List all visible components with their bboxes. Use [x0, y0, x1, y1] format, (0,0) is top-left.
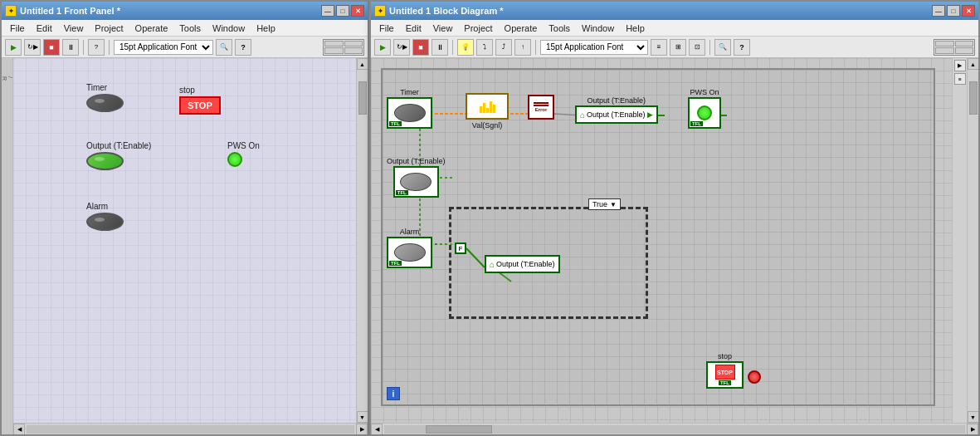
run-arrow-btn[interactable]: ▶: [5, 39, 22, 56]
bd-output-mid-oval: [400, 173, 431, 191]
bd-minimize-button[interactable]: —: [932, 5, 945, 17]
fp-scrollbar-v[interactable]: ▲ ▼: [356, 58, 368, 423]
bd-hscroll-thumb[interactable]: [426, 425, 492, 434]
bd-runcont-btn[interactable]: ↻▶: [393, 39, 410, 56]
bd-info-icon[interactable]: i: [387, 387, 400, 400]
wf-bars: [480, 100, 495, 113]
bd-pws-led: [697, 105, 712, 120]
front-panel-toolbar: ▶ ↻▶ ■ ⏸ ? 15pt Application Font 🔍 ?: [2, 37, 368, 58]
font-selector[interactable]: 15pt Application Font: [114, 40, 213, 55]
bd-scroll-left[interactable]: ◀: [371, 424, 383, 435]
bd-maximize-button[interactable]: □: [947, 5, 960, 17]
bd-error-box[interactable]: Error: [528, 95, 554, 120]
bd-menu-edit[interactable]: Edit: [401, 22, 427, 34]
scroll-thumb-v[interactable]: [358, 81, 367, 115]
timer-led[interactable]: [86, 94, 124, 112]
bd-rstrip-btn1[interactable]: ▶: [954, 60, 966, 71]
bd-rstrip-btn2[interactable]: ≡: [954, 73, 966, 85]
palette-grid[interactable]: [323, 39, 364, 56]
output-enable-led[interactable]: [86, 152, 124, 170]
timer-control: Timer: [86, 83, 124, 112]
zoom-btn[interactable]: 🔍: [216, 39, 232, 56]
stop-button[interactable]: STOP: [179, 96, 221, 115]
scroll-down-btn[interactable]: ▼: [357, 411, 368, 423]
bd-menu-file[interactable]: File: [374, 22, 399, 34]
bd-highlight-btn[interactable]: 💡: [457, 39, 474, 56]
pause-btn[interactable]: ⏸: [62, 39, 79, 56]
alarm-led[interactable]: [86, 213, 124, 231]
vi-frame: Timer TFL: [381, 68, 935, 406]
bd-scroll-right[interactable]: ▶: [967, 424, 978, 435]
bd-scroll-down[interactable]: ▼: [968, 411, 979, 423]
menu-view[interactable]: View: [59, 22, 89, 34]
scroll-up-btn[interactable]: ▲: [357, 58, 368, 70]
bd-dist-btn[interactable]: ⊞: [670, 39, 686, 56]
menu-project[interactable]: Project: [90, 22, 128, 34]
block-diagram-canvas[interactable]: Timer TFL: [371, 58, 952, 423]
run-cont-btn[interactable]: ↻▶: [24, 39, 41, 56]
bd-pause-btn[interactable]: ⏸: [431, 39, 448, 56]
bd-menu-project[interactable]: Project: [459, 22, 497, 34]
menu-tools[interactable]: Tools: [174, 22, 206, 34]
menu-operate[interactable]: Operate: [130, 22, 173, 34]
bd-waveform-box[interactable]: [466, 93, 509, 120]
bd-menu-window[interactable]: Window: [577, 22, 619, 34]
bd-timer-box[interactable]: TFL: [387, 97, 432, 129]
bd-menu-view[interactable]: View: [428, 22, 458, 34]
bd-step-over-btn[interactable]: ⤴: [495, 39, 512, 56]
menu-help[interactable]: Help: [251, 22, 280, 34]
menu-window[interactable]: Window: [207, 22, 250, 34]
abort-btn[interactable]: ■: [43, 39, 60, 56]
pws-on-led[interactable]: [227, 152, 242, 167]
err-bar2: [534, 105, 549, 106]
fp-scrollbar-h[interactable]: ◀ ▶: [13, 423, 368, 434]
close-button[interactable]: ✕: [351, 5, 364, 17]
bd-palette-grid[interactable]: [934, 39, 975, 56]
bd-zoom-btn[interactable]: 🔍: [714, 39, 731, 56]
bd-scroll-thumb-v[interactable]: [969, 81, 978, 115]
bd-scrollbar-h[interactable]: ◀ ▶: [371, 423, 978, 434]
bd-menu-operate[interactable]: Operate: [500, 22, 543, 34]
bd-pws-on-box[interactable]: TFL: [688, 97, 721, 129]
front-panel-canvas[interactable]: Timer stop STOP Output (T:Enable): [13, 58, 356, 423]
help-btn[interactable]: ?: [235, 39, 251, 56]
bd-output-mid-node: Output (T:Enable) TFL: [387, 157, 446, 198]
minimize-button[interactable]: —: [321, 5, 334, 17]
bd-step-out-btn[interactable]: ↑: [514, 39, 531, 56]
bd-scrollbar-v[interactable]: ▲ ▼: [967, 58, 978, 423]
bd-output-top-label: Output (T:Enable): [588, 96, 646, 105]
bd-alarm-box[interactable]: TFL: [387, 237, 432, 268]
scroll-right-btn[interactable]: ▶: [356, 424, 368, 435]
menu-file[interactable]: File: [5, 22, 30, 34]
case-output-node[interactable]: ⌂ Output (T:Enable): [485, 255, 560, 273]
bd-run-btn[interactable]: ▶: [374, 39, 391, 56]
bd-stop-led-wrapper: [748, 370, 761, 384]
menu-edit[interactable]: Edit: [32, 22, 57, 34]
bd-scroll-up[interactable]: ▲: [968, 58, 979, 70]
bd-close-button[interactable]: ✕: [962, 5, 975, 17]
bd-timer-oval: [394, 104, 426, 122]
bd-output-mid-box[interactable]: TFL: [393, 166, 439, 198]
bd-menu-tools[interactable]: Tools: [544, 22, 575, 34]
bd-output-top-box[interactable]: ⌂ Output (T:Enable) ▶: [575, 105, 658, 124]
case-structure[interactable]: True ▼ F ⌂ Output (T:Enable): [449, 207, 648, 319]
bd-abort-btn[interactable]: ■: [412, 39, 429, 56]
bd-font-selector[interactable]: 15pt Application Font: [540, 40, 648, 55]
bd-stop-box[interactable]: STOP TFL: [706, 361, 744, 389]
maximize-button[interactable]: □: [336, 5, 349, 17]
bd-step-into-btn[interactable]: ⤵: [476, 39, 493, 56]
bd-toolbar: ▶ ↻▶ ■ ⏸ 💡 ⤵ ⤴ ↑ 15pt Application Font ≡…: [371, 37, 978, 58]
bd-stop-node: stop STOP TFL: [706, 352, 744, 389]
window-controls: — □ ✕: [321, 5, 364, 17]
case-dropdown-arrow[interactable]: ▼: [610, 201, 617, 208]
scroll-left-btn[interactable]: ◀: [13, 424, 25, 435]
bd-help-btn[interactable]: ?: [734, 39, 750, 56]
bd-output-top-arrow: ⌂: [580, 110, 585, 120]
bd-resize-btn[interactable]: ⊡: [689, 39, 705, 56]
bd-align-btn[interactable]: ≡: [651, 39, 667, 56]
front-panel-menu-bar: File Edit View Project Operate Tools Win…: [2, 20, 368, 37]
bd-sep1: [452, 40, 453, 55]
bd-menu-help[interactable]: Help: [621, 22, 650, 34]
case-selector[interactable]: True ▼: [588, 198, 621, 210]
context-help-btn[interactable]: ?: [88, 39, 105, 56]
